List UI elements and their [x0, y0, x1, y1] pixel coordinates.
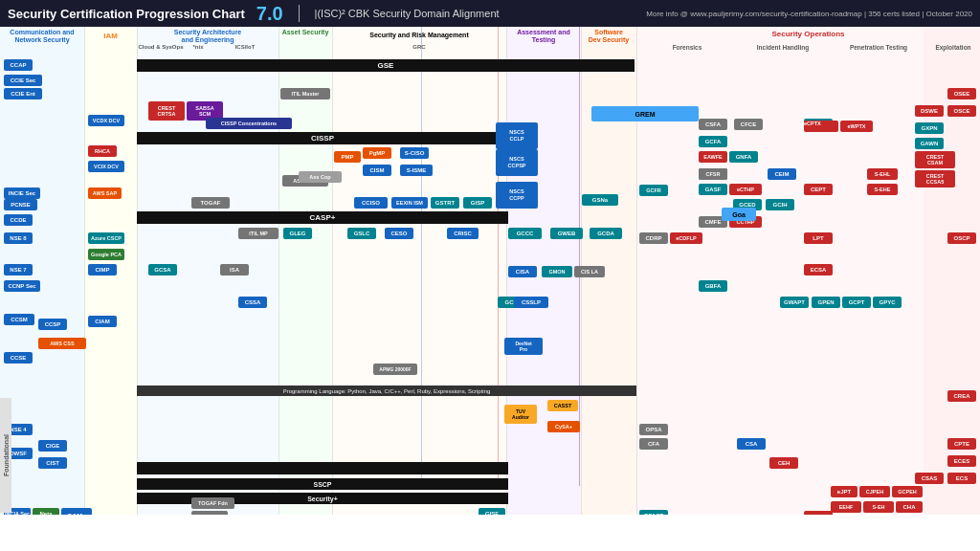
cert-vcix-dcv[interactable]: VCIX DCV — [88, 161, 124, 172]
cert-crisc[interactable]: CRISC — [447, 228, 479, 239]
cert-gpyc[interactable]: GPYC — [873, 297, 902, 308]
cert-gxpn[interactable]: GXPN — [915, 122, 944, 134]
cert-ecs[interactable]: ECS — [947, 473, 976, 484]
cert-csslp[interactable]: CSSLP — [514, 297, 548, 308]
cert-gslc[interactable]: GSLC — [347, 228, 376, 239]
cert-pgmp[interactable]: PgMP — [363, 147, 391, 159]
cert-ccde[interactable]: CCDE — [4, 214, 33, 226]
cert-gawn[interactable]: GAWN — [915, 138, 944, 149]
cert-gcfr[interactable]: GCFR — [639, 185, 668, 196]
cert-gsec2[interactable] — [144, 462, 507, 474]
cert-cams[interactable]: CAMs — [61, 508, 92, 515]
cert-gwapt[interactable]: GWAPT — [780, 297, 809, 308]
cert-eawfe[interactable]: EAWFE — [699, 151, 727, 163]
cert-ccsm[interactable]: CCSM — [4, 314, 34, 325]
cert-ccie-ent[interactable]: CCIE Ent — [4, 88, 42, 99]
cert-crest-csam[interactable]: CRESTCSAM — [915, 151, 955, 168]
cert-gpen[interactable]: GPEN — [812, 297, 840, 308]
cert-sisme[interactable]: S-ISME — [400, 165, 433, 176]
cert-ccnp-sec[interactable]: CCNP Sec — [4, 280, 40, 292]
cert-nse7[interactable]: NSE 7 — [4, 264, 33, 276]
cert-ecsa[interactable]: ECSA — [804, 264, 833, 276]
cert-ccap[interactable]: CCAP — [4, 59, 33, 71]
cert-gasf[interactable]: GASF — [699, 184, 727, 195]
cert-gcp-pcep[interactable]: Google PCA — [88, 249, 124, 260]
cert-gcsa[interactable]: GCSA — [148, 264, 177, 276]
cert-pmp[interactable]: PMP — [334, 151, 361, 163]
cert-ejpt[interactable]: eJPT — [831, 486, 858, 497]
cert-cssa[interactable]: CSSA — [238, 297, 267, 308]
cert-ccse[interactable]: CCSE — [4, 352, 33, 364]
cert-cfa[interactable]: CFA — [639, 438, 668, 450]
cert-oscp[interactable]: OSCP — [947, 232, 976, 244]
cert-gcmon[interactable]: GMON — [542, 266, 572, 277]
cert-gcih[interactable]: GCIH — [766, 199, 794, 210]
cert-cfsr[interactable]: CFSR — [699, 168, 727, 180]
cert-cism[interactable]: CISM — [363, 165, 391, 176]
cert-cissp-conc[interactable]: CISSP Concentrations — [206, 118, 292, 129]
cert-gstrt[interactable]: GSTRT — [431, 197, 459, 209]
cert-sehe[interactable]: S-EHE — [867, 184, 898, 195]
cert-cist[interactable]: CIST — [38, 457, 67, 469]
cert-incie-sec[interactable]: INCIE Sec — [4, 187, 40, 199]
cert-itil-mp[interactable]: ITIL MP — [238, 228, 278, 239]
cert-cysa[interactable]: CySA+ — [547, 421, 580, 432]
cert-aws-css[interactable]: AWS CSS — [38, 338, 86, 349]
cert-ccsp[interactable]: CCSP — [38, 319, 67, 330]
cert-cept[interactable]: CEPT — [804, 184, 833, 195]
cert-devnet-pro[interactable]: DevNetPro — [504, 338, 543, 355]
cert-eces[interactable]: ECES — [947, 455, 976, 467]
cert-nse8[interactable]: NSE 8 — [4, 232, 33, 244]
cert-itil-master[interactable]: ITIL Master — [280, 88, 330, 99]
cert-gnfa[interactable]: GNFA — [729, 151, 758, 163]
cert-gccc[interactable]: GCCC — [508, 228, 542, 239]
cert-ass-cop[interactable]: Ass Cop — [299, 171, 342, 183]
cert-cfce[interactable]: CFCE — [734, 119, 763, 130]
cert-gleg[interactable]: GLEG — [283, 228, 312, 239]
cert-aws-saip[interactable]: AWS SAP — [88, 187, 122, 199]
cert-eexin-ism[interactable]: EEXIN ISM — [391, 197, 428, 209]
cert-pcnse[interactable]: PCNSE — [4, 199, 37, 210]
cert-ecdflp[interactable]: eCDFLP — [670, 232, 702, 244]
cert-sciso[interactable]: S-CISO — [400, 147, 429, 159]
cert-gisf[interactable]: GISF — [479, 508, 505, 515]
cert-nscs-cpp[interactable]: NSCSCCPSP — [496, 149, 538, 176]
cert-cciso[interactable]: CCISO — [354, 197, 388, 209]
cert-ecptx[interactable]: eCPTX — [804, 121, 838, 132]
cert-cjpeh[interactable]: CJPEH — [859, 486, 890, 497]
cert-togaf-fdn[interactable]: TOGAF Fdn — [191, 497, 234, 509]
cert-tuv-auditor[interactable]: TUVAuditor — [504, 405, 537, 424]
cert-gbfa[interactable]: GBFA — [699, 280, 727, 292]
cert-gfact[interactable]: GFACT — [639, 510, 668, 515]
cert-gcfa[interactable]: GCFA — [699, 136, 727, 147]
cert-cdrp[interactable]: CDRP — [639, 232, 668, 244]
cert-ceim[interactable]: CEIM — [768, 168, 796, 180]
cert-nscs-cclp[interactable]: NSCSCCLP — [496, 122, 538, 149]
cert-nets[interactable]: Nets — [33, 508, 59, 515]
cert-apmg-20000f[interactable]: APMG 20000F — [373, 364, 417, 375]
cert-ccie-sec[interactable]: CCIE Sec — [4, 75, 42, 86]
cert-gisp[interactable]: GISP — [463, 197, 492, 209]
cert-lpt[interactable]: LPT — [804, 232, 833, 244]
cert-gcpt[interactable]: GCPT — [842, 297, 871, 308]
cert-casst[interactable]: CASST — [547, 400, 578, 411]
cert-itil-fdn[interactable]: ITIL Fdn — [191, 511, 228, 515]
cert-cimp[interactable]: CIMP — [88, 264, 117, 276]
cert-ceh[interactable]: CEH — [769, 457, 798, 469]
cert-cis-la[interactable]: CIS LA — [574, 266, 605, 277]
cert-gcda[interactable]: GCDA — [590, 228, 622, 239]
cert-sheh[interactable]: S-EH — [863, 501, 894, 513]
cert-grem[interactable]: GREM — [591, 106, 699, 121]
cert-cpte[interactable]: CPTE — [947, 438, 976, 450]
cert-ewptx[interactable]: eWPTX — [840, 121, 873, 132]
cert-vcdx-dcv[interactable]: VCDX DCV — [88, 115, 124, 126]
cert-togaf[interactable]: TOGAF — [191, 197, 230, 209]
cert-eehf[interactable]: EEHF — [831, 501, 861, 513]
cert-osce[interactable]: OSCE — [947, 105, 976, 117]
cert-csas[interactable]: CSAS — [915, 473, 944, 484]
cert-crest-cbrtsa[interactable]: CRESTCRTSA — [148, 101, 185, 121]
cert-osee[interactable]: OSEE — [947, 88, 976, 99]
cert-sehl[interactable]: S-EHL — [867, 168, 898, 180]
cert-gcpeh[interactable]: GCPEH — [892, 486, 923, 497]
cert-cnd[interactable]: CND — [804, 511, 833, 515]
